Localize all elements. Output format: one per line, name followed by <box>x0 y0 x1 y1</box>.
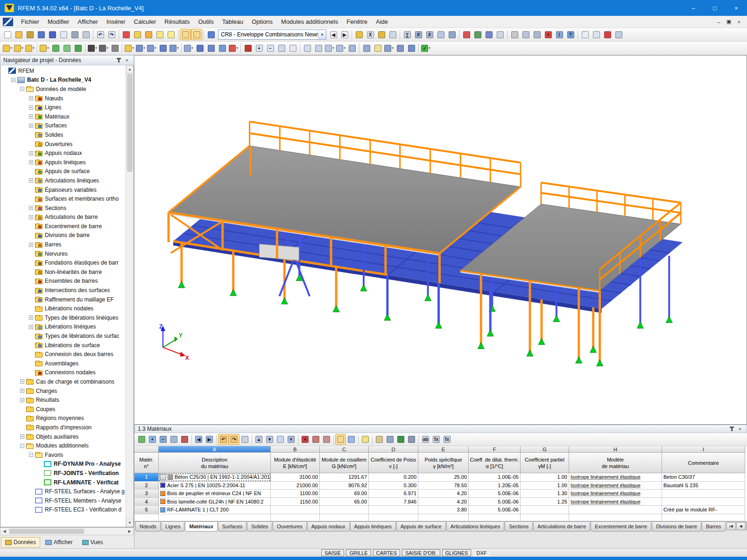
previous-view-icon[interactable] <box>302 42 313 54</box>
mdi-close-button[interactable]: × <box>734 18 744 26</box>
value-cell[interactable]: 1.25 <box>521 498 569 506</box>
tree-item-fondations-lastiques-de-barr[interactable]: Fondations élastiques de barr <box>0 258 126 267</box>
navigator-tab-données[interactable]: Données <box>1 537 40 547</box>
empty-cell[interactable] <box>521 514 569 521</box>
next-loadcase-icon[interactable]: ▶ <box>339 29 350 40</box>
hscroll-thumb[interactable] <box>9 529 84 534</box>
panel-toggle-icon[interactable] <box>406 42 417 54</box>
material-description-cell[interactable]: Bois de peuplier et résineux C24 | NF EN <box>159 490 271 498</box>
material-description-cell[interactable]: Acier S 275 | EN 10025-2:2004-11 <box>159 482 271 490</box>
value-cell[interactable]: 69.00 <box>320 490 369 498</box>
status-toggle-cartes[interactable]: CARTES <box>373 549 400 556</box>
scroll-up-icon[interactable]: ▲ <box>126 65 134 73</box>
column-letter-G[interactable]: G <box>521 446 569 453</box>
display-properties-icon[interactable] <box>361 42 372 54</box>
column-header-H[interactable]: Modèlede matériau <box>569 453 662 473</box>
function-fx-icon[interactable]: fx <box>431 434 442 445</box>
empty-cell[interactable] <box>320 514 369 521</box>
jump-first-icon[interactable]: ◀ <box>193 434 204 445</box>
import-model-icon[interactable] <box>35 29 47 40</box>
export-3d-icon[interactable] <box>385 434 395 445</box>
empty-cell[interactable] <box>569 514 662 521</box>
edit-formula-icon[interactable] <box>360 434 371 445</box>
column-letter-A[interactable]: A <box>159 446 271 453</box>
minimize-button[interactable]: – <box>683 0 704 16</box>
menu-ins-rer[interactable]: Insérer <box>102 16 129 27</box>
tree-item-paisseurs-variables[interactable]: Épaisseurs variables <box>0 185 126 195</box>
delete-all-rows-icon[interactable]: × <box>300 434 310 445</box>
pin-icon[interactable] <box>115 56 122 64</box>
import-table-icon[interactable] <box>374 434 385 445</box>
tree-item-rf-dynam-pro-analyse[interactable]: RF-DYNAM Pro - Analyse <box>0 460 126 469</box>
rotate-view-icon[interactable] <box>520 29 531 40</box>
column-header-F[interactable]: Coeff. de dilat. therm.α [1/°C] <box>469 453 521 473</box>
status-toggle-grille[interactable]: GRILLE <box>346 549 371 556</box>
mdi-minimize-button[interactable]: – <box>713 18 724 26</box>
tree-item-nervures[interactable]: Nervures <box>0 249 126 259</box>
remove-row-icon[interactable] <box>310 434 321 445</box>
table-tab-appuis-nodaux[interactable]: Appuis nodaux <box>307 522 350 532</box>
table-tab-appuis-lin-iques[interactable]: Appuis linéiques <box>350 522 396 532</box>
insert-surface-support-icon[interactable] <box>72 42 84 54</box>
snap-target-icon[interactable] <box>143 29 154 40</box>
empty-cell[interactable] <box>469 514 521 521</box>
insert-line-hinge-icon[interactable] <box>61 42 72 54</box>
open-file-icon[interactable] <box>13 29 24 40</box>
close-button[interactable]: × <box>726 0 747 16</box>
value-cell[interactable]: 0.300 <box>369 482 418 490</box>
print-preview-icon[interactable] <box>80 29 92 40</box>
column-header-G[interactable]: Coefficient partielγM [-] <box>521 453 569 473</box>
mdi-restore-button[interactable]: ▣ <box>724 18 734 26</box>
delete-row-icon[interactable]: − <box>158 434 169 445</box>
scroll-down-icon[interactable]: ▼ <box>126 519 134 527</box>
divide-member-icon[interactable] <box>194 42 205 54</box>
render-mode-icon[interactable]: ▾ <box>383 42 395 54</box>
value-cell[interactable]: 3.80 <box>418 506 469 514</box>
apply-check-icon[interactable]: ✓▾ <box>420 42 431 54</box>
value-cell[interactable]: 4.20 <box>418 498 469 506</box>
navigator-tab-afficher[interactable]: Afficher <box>41 537 77 547</box>
arrange-windows-icon[interactable] <box>591 29 602 40</box>
tree-item-rfem[interactable]: RFEM <box>0 66 126 76</box>
navigator-hscrollbar[interactable]: ◀ ▶ <box>0 527 134 535</box>
tree-item-connexion-des-deux-barres[interactable]: Connexion des deux barres <box>0 350 126 359</box>
new-file-icon[interactable] <box>2 29 13 40</box>
comment-note-icon[interactable] <box>165 29 176 40</box>
row-number[interactable]: 2 <box>134 482 159 490</box>
expand-minus-icon[interactable]: − <box>20 444 24 448</box>
empty-cell[interactable] <box>159 514 271 521</box>
tree-item-rapports-d-impression[interactable]: Rapports d'impression <box>0 423 126 432</box>
value-cell[interactable]: 25.00 <box>418 473 469 482</box>
extrude-solid-icon[interactable] <box>157 42 169 54</box>
zoom-select-icon[interactable] <box>132 29 143 40</box>
assign-load-icon[interactable]: ▾ <box>228 42 239 54</box>
tree-item-rf-steel-members-analyse[interactable]: RF-STEEL Members - Analyse <box>0 496 126 505</box>
model-3d-view[interactable]: Z Y X <box>134 55 747 425</box>
expand-plus-icon[interactable]: + <box>29 325 33 329</box>
expand-plus-icon[interactable]: + <box>29 206 33 210</box>
menu-fen-tre[interactable]: Fenêtre <box>342 16 372 27</box>
comment-cell[interactable]: Créé par le module RF- <box>662 506 745 514</box>
table-view-icon[interactable] <box>335 434 346 445</box>
limit-values-icon[interactable]: X <box>365 29 376 40</box>
dimension-angular-icon[interactable]: ▾ <box>98 42 109 54</box>
row-number[interactable]: 4 <box>134 498 159 506</box>
tree-item-types-de-lib-rations-de-surfac[interactable]: Types de libérations de surfac <box>0 331 126 341</box>
tree-item-non-lin-arit-s-de-barre[interactable]: Non-linéarités de barre <box>0 267 126 277</box>
table-view-alt-icon[interactable] <box>346 434 357 445</box>
navigator-tab-vues[interactable]: Vues <box>78 537 107 547</box>
select-special-icon[interactable] <box>242 42 254 54</box>
status-toggle-dxf[interactable]: DXF <box>473 549 490 556</box>
zoom-in-icon[interactable]: + <box>254 42 265 54</box>
scroll-right-icon[interactable]: ▶ <box>126 528 134 535</box>
expand-plus-icon[interactable]: + <box>29 96 33 100</box>
save-icon[interactable] <box>47 29 58 40</box>
results-toggle-icon[interactable] <box>472 29 483 40</box>
tree-item-rf-steel-surfaces-analyse-g[interactable]: RF-STEEL Surfaces - Analyse g <box>0 487 126 496</box>
move-object-icon[interactable]: ▾ <box>135 42 146 54</box>
edit-in-table-icon[interactable] <box>136 434 147 445</box>
material-description-cell[interactable]: Béton C25/30 | EN 1992-1-1:2004/A1:201 <box>159 473 271 482</box>
column-header-num[interactable]: Matér.n° <box>134 453 159 473</box>
tree-item-appuis-de-surface[interactable]: Appuis de surface <box>0 167 126 176</box>
comment-cell[interactable]: Baustahl S 235 <box>662 482 745 490</box>
